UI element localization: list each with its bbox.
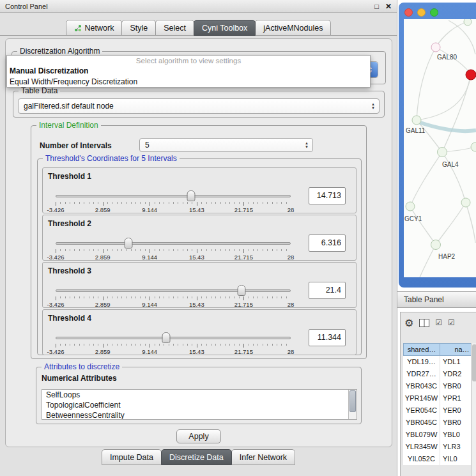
number-of-intervals-combobox[interactable]: 5 ▲ ▼ [139,138,313,152]
scale-label: -3.426 [47,206,65,213]
network-node[interactable] [406,202,415,211]
list-item[interactable]: TopologicalCoefficient [42,400,357,410]
list-item[interactable]: SelfLoops [42,390,357,400]
attributes-group-title: Attributes to discretize [42,362,122,371]
slider-thumb[interactable] [237,285,245,296]
network-node[interactable] [471,142,476,151]
table-cell[interactable]: YBR043C [403,380,440,392]
network-node[interactable] [412,116,421,125]
table-cell[interactable]: YPR145W [403,392,440,404]
scale-label: 28 [288,206,295,213]
combobox-stepper-icon[interactable]: ▲ ▼ [367,99,379,113]
popup-item-equal-width-frequency[interactable]: Equal Width/Frequency Discretization [7,77,370,88]
slider-thumb[interactable] [187,190,196,201]
zoom-window-icon[interactable] [430,8,438,17]
table-row[interactable]: YLR345W YLR3 [403,441,476,453]
popup-item-manual-discretization[interactable]: Manual Discretization [7,66,370,77]
threshold-value-field[interactable]: 6.316 [309,234,346,252]
node-label: GAL4 [442,161,459,168]
table-row[interactable]: YBR045C YBR0 [403,417,476,429]
node-table: shared… na… YDL19… YDL1 YDR27… YDR2 YBR0… [403,343,476,465]
table-row[interactable]: YDR27… YDR2 [403,368,476,380]
table-row[interactable]: YBR043C YBR0 [403,380,476,392]
tab-impute-data[interactable]: Impute Data [102,449,162,465]
network-node[interactable] [464,19,472,26]
table-cell[interactable]: YDR27… [403,368,440,380]
table-row[interactable]: YBL079W YBL0 [403,429,476,441]
table-cell[interactable]: YBR045C [403,417,440,429]
table-row[interactable]: YIL052C YIL0 [403,453,476,465]
table-scrollbar[interactable] [471,343,476,476]
column-header-shared-name[interactable]: shared… [403,343,440,356]
tab-network[interactable]: Network [66,20,123,36]
network-node-red[interactable] [466,70,476,80]
tab-label: Network [85,24,114,33]
tab-select[interactable]: Select [155,20,194,36]
threshold-label: Threshold 2 [48,219,91,228]
table-cell[interactable]: YIL052C [403,453,440,465]
threshold-value-field[interactable]: 11.344 [309,329,346,346]
tab-infer-network[interactable]: Infer Network [231,449,295,465]
list-scrollbar[interactable] [348,390,357,419]
scrollbar-thumb[interactable] [349,390,356,412]
bottom-tab-bar: Impute Data Discretize Data Infer Networ… [0,449,397,465]
scale-label: 9.144 [142,254,157,261]
table-row[interactable]: YER054C YER0 [403,404,476,417]
threshold-value-field[interactable]: 14.713 [309,187,346,204]
network-canvas[interactable]: GAL80 GAL11 GAL4 GCY1 HAP2 [404,19,476,277]
tab-style[interactable]: Style [121,20,156,36]
tab-discretize-data[interactable]: Discretize Data [161,449,232,465]
scale-label: 21.715 [234,206,253,213]
threshold-slider[interactable]: -3.426 2.859 9.144 15.43 21.715 28 [56,237,291,260]
scale-label: 21.715 [234,301,253,308]
checkbox-icon[interactable]: ☑ [435,318,442,327]
network-graph[interactable]: GAL80 GAL11 GAL4 GCY1 HAP2 [404,19,476,277]
network-node[interactable] [461,198,470,207]
table-row[interactable]: YPR145W YPR1 [403,392,476,404]
table-cell[interactable]: YER054C [403,404,440,417]
network-node[interactable] [431,240,441,250]
tab-label: Style [130,24,148,33]
table-cell[interactable]: YDL19… [403,356,440,368]
columns-icon[interactable] [419,319,429,327]
threshold-slider[interactable]: -3.426 2.859 9.144 15.43 21.715 28 [56,332,291,355]
table-row[interactable]: YDL19… YDL1 [403,356,476,368]
gear-icon[interactable]: ⚙ [404,317,413,329]
scale-label: 15.43 [189,254,204,261]
threshold-value-field[interactable]: 21.4 [309,282,346,299]
window-controls [404,8,438,17]
slider-track[interactable] [56,195,291,197]
network-node[interactable] [431,43,440,52]
slider-thumb[interactable] [162,332,170,343]
close-window-icon[interactable] [404,8,413,17]
slider-track[interactable] [56,289,291,292]
slider-track[interactable] [56,242,291,245]
table-cell[interactable]: YLR345W [403,441,440,453]
table-cell[interactable]: YBL079W [403,429,440,441]
slider-ticks [56,202,291,206]
close-icon[interactable]: ✕ [385,2,392,11]
apply-button[interactable]: Apply [176,429,221,443]
threshold-slider[interactable]: -3.426 2.859 9.144 15.43 21.715 28 [56,190,291,213]
table-data-combobox[interactable]: galFiltered.sif default node ▲ ▼ [18,98,380,114]
minimize-window-icon[interactable] [417,8,426,17]
network-view-window: GAL80 GAL11 GAL4 GCY1 HAP2 [399,3,476,288]
list-item[interactable]: BetweennessCentrality [42,410,357,420]
scale-label: 2.859 [95,301,111,308]
combobox-stepper-icon[interactable]: ▲ ▼ [301,139,312,151]
network-node-labels: GAL80 GAL11 GAL4 GCY1 HAP2 [404,54,459,260]
threshold-slider[interactable]: -3.426 2.859 9.144 15.43 21.715 28 [56,284,291,307]
float-window-icon[interactable]: □ [374,3,379,10]
numerical-attributes-list[interactable]: SelfLoops TopologicalCoefficient Between… [42,389,357,420]
scrollbar-thumb[interactable] [472,344,476,381]
network-node[interactable] [438,148,447,157]
threshold-label: Threshold 3 [48,266,91,275]
checkbox-icon[interactable]: ☑ [448,318,455,327]
slider-thumb[interactable] [125,238,133,249]
scale-label: 15.43 [189,348,204,355]
tab-cyni-toolbox[interactable]: Cyni Toolbox [194,20,256,36]
slider-track[interactable] [56,337,291,339]
tab-jactivemnodules[interactable]: jActiveMNodules [255,20,331,36]
scale-label: 21.715 [234,348,253,355]
slider-scale: -3.426 2.859 9.144 15.43 21.715 28 [56,206,291,213]
